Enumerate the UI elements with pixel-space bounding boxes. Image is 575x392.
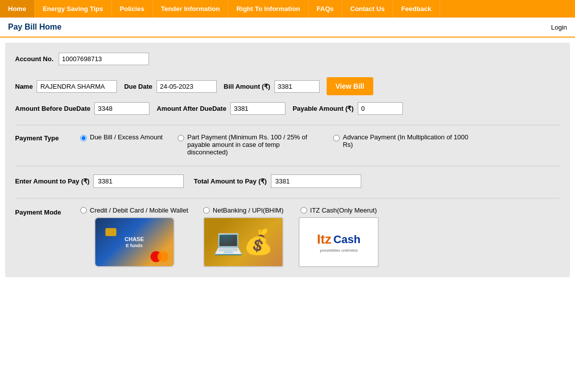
payment-mode-netbanking-label[interactable]: NetBanking / UPI(BHIM)	[203, 207, 283, 214]
payment-option-advance-label: Advance Payment (In Multiplication of 10…	[343, 133, 474, 148]
payment-mode-itz: ITZ Cash(Only Meerut) Itz Cash possibili…	[299, 207, 379, 267]
total-amount-group: Total Amount to Pay (₹)	[194, 174, 361, 188]
main-navbar: Home Energy Saving Tips Policies Tender …	[0, 0, 575, 18]
bill-amount-group: Bill Amount (₹)	[224, 80, 320, 93]
name-group: Name	[15, 80, 117, 93]
nav-rti[interactable]: Right To Information	[228, 0, 309, 18]
nav-feedback[interactable]: Feedback	[393, 0, 440, 18]
payment-mode-label: Payment Mode	[15, 209, 70, 216]
itzcash-logo: Itz Cash	[317, 232, 361, 247]
payment-options: Due Bill / Excess Amount Part Payment (M…	[80, 133, 474, 156]
itzcash-image: Itz Cash possibilities unlimited	[299, 217, 379, 267]
details-row2: Amount Before DueDate Amount After DueDa…	[15, 102, 560, 115]
name-input[interactable]	[37, 80, 117, 93]
payment-mode-netbanking: NetBanking / UPI(BHIM) 💻💰	[203, 207, 283, 267]
amount-before-group: Amount Before DueDate	[15, 102, 150, 115]
account-no-input[interactable]	[59, 53, 149, 65]
due-date-input[interactable]	[157, 80, 217, 93]
amount-before-label: Amount Before DueDate	[15, 105, 90, 112]
mastercard-orange-circle	[158, 251, 169, 262]
cash-text: Cash	[334, 233, 361, 246]
total-amount-label: Total Amount to Pay (₹)	[194, 177, 266, 185]
payment-radio-due[interactable]	[80, 135, 87, 141]
payment-mode-header: Payment Mode Credit / Debit Card / Mobil…	[15, 207, 560, 267]
nav-energy[interactable]: Energy Saving Tips	[35, 0, 111, 18]
netbanking-image: 💻💰	[203, 217, 283, 267]
payment-mode-section: Payment Mode Credit / Debit Card / Mobil…	[15, 207, 560, 267]
payment-option-advance: Advance Payment (In Multiplication of 10…	[333, 133, 474, 156]
payment-option-due-label: Due Bill / Excess Amount	[90, 133, 163, 141]
account-row: Account No.	[15, 53, 560, 65]
nav-contact[interactable]: Contact Us	[342, 0, 393, 18]
payment-mode-itz-label[interactable]: ITZ Cash(Only Meerut)	[301, 207, 377, 214]
amount-after-input[interactable]	[230, 102, 285, 115]
account-no-label: Account No.	[15, 55, 54, 63]
enter-amount-group: Enter Amount to Pay (₹)	[15, 174, 184, 188]
payment-mode-radio-itz[interactable]	[301, 207, 307, 214]
login-link[interactable]: Login	[551, 24, 567, 31]
amount-after-group: Amount After DueDate	[157, 102, 285, 115]
amount-row: Enter Amount to Pay (₹) Total Amount to …	[15, 174, 560, 188]
mastercard-logo	[151, 251, 169, 262]
itzcash-tagline: possibilities unlimited	[320, 248, 357, 253]
amount-before-input[interactable]	[94, 102, 150, 115]
name-label: Name	[15, 83, 33, 90]
payment-option-due: Due Bill / Excess Amount	[80, 133, 163, 156]
page-title: Pay Bill Home	[8, 23, 62, 32]
payment-type-section: Payment Type Due Bill / Excess Amount Pa…	[15, 133, 560, 156]
nav-home[interactable]: Home	[0, 0, 35, 18]
card-chip-icon	[105, 228, 116, 236]
payment-radio-part[interactable]	[178, 135, 184, 141]
total-amount-input[interactable]	[271, 174, 361, 188]
payable-amount-input[interactable]	[358, 102, 403, 115]
payment-mode-credit-label[interactable]: Credit / Debit Card / Mobile Wallet	[80, 207, 188, 214]
section-divider-3	[15, 198, 560, 199]
nav-tender[interactable]: Tender Information	[153, 0, 228, 18]
due-date-label: Due Date	[124, 83, 152, 90]
payment-mode-radio-credit[interactable]	[80, 207, 87, 214]
amount-after-label: Amount After DueDate	[157, 105, 226, 112]
enter-amount-label: Enter Amount to Pay (₹)	[15, 177, 89, 185]
section-divider	[15, 125, 560, 125]
bill-amount-input[interactable]	[274, 80, 320, 93]
nav-policies[interactable]: Policies	[112, 0, 153, 18]
details-row1: Name Due Date Bill Amount (₹) View Bill	[15, 77, 560, 95]
card-brand-text: CHASEE funds	[124, 236, 144, 248]
payable-amount-group: Payable Amount (₹)	[293, 102, 403, 115]
payment-radio-advance[interactable]	[333, 135, 340, 141]
payment-mode-options: Credit / Debit Card / Mobile Wallet CHAS…	[80, 207, 379, 267]
itz-text: Itz	[317, 232, 332, 247]
due-date-group: Due Date	[124, 80, 216, 93]
payment-mode-radio-netbanking[interactable]	[203, 207, 210, 214]
bill-amount-label: Bill Amount (₹)	[224, 83, 270, 90]
section-divider-2	[15, 166, 560, 166]
credit-card-image: CHASEE funds	[94, 217, 175, 267]
payment-option-part-label: Part Payment (Minimum Rs. 100 / 25% of p…	[187, 133, 318, 156]
payment-type-label: Payment Type	[15, 134, 70, 142]
enter-amount-input[interactable]	[93, 174, 184, 188]
laptop-icon: 💻💰	[213, 228, 273, 256]
main-content: Account No. Name Due Date Bill Amount (₹…	[5, 43, 570, 277]
payable-amount-label: Payable Amount (₹)	[293, 105, 354, 112]
view-bill-button[interactable]: View Bill	[327, 77, 373, 95]
payment-mode-credit: Credit / Debit Card / Mobile Wallet CHAS…	[80, 207, 188, 267]
nav-faqs[interactable]: FAQs	[309, 0, 342, 18]
header-bar: Pay Bill Home Login	[0, 18, 575, 38]
payment-option-part: Part Payment (Minimum Rs. 100 / 25% of p…	[178, 133, 318, 156]
